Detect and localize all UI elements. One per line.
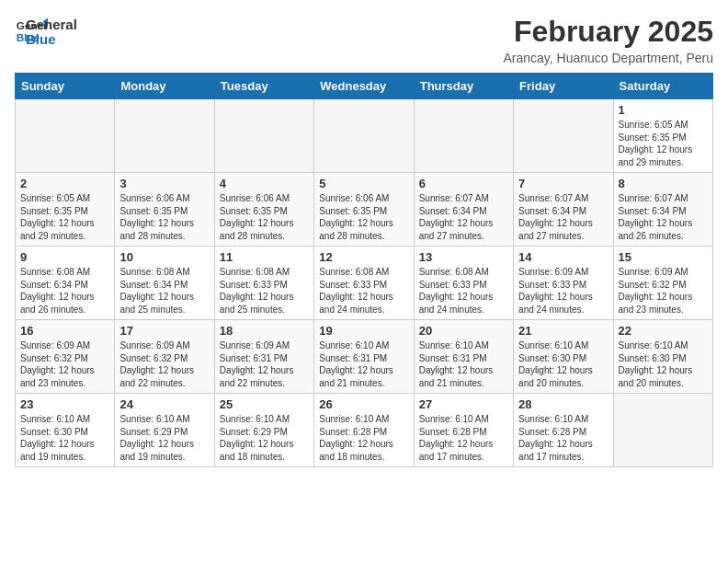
day-number: 17 (119, 324, 209, 338)
logo: General Blue General Blue (15, 15, 77, 48)
day-info: Sunrise: 6:09 AM Sunset: 6:32 PM Dayligh… (119, 339, 209, 389)
calendar-cell: 4Sunrise: 6:06 AM Sunset: 6:35 PM Daylig… (214, 173, 313, 247)
month-title: February 2025 (503, 15, 713, 49)
day-number: 5 (319, 177, 408, 190)
calendar-cell: 11Sunrise: 6:08 AM Sunset: 6:33 PM Dayli… (214, 247, 313, 320)
day-number: 27 (419, 397, 508, 411)
logo-line2: Blue (26, 32, 77, 48)
calendar-cell: 5Sunrise: 6:06 AM Sunset: 6:35 PM Daylig… (314, 173, 414, 247)
day-info: Sunrise: 6:05 AM Sunset: 6:35 PM Dayligh… (619, 119, 708, 168)
day-info: Sunrise: 6:10 AM Sunset: 6:30 PM Dayligh… (20, 413, 109, 463)
day-info: Sunrise: 6:08 AM Sunset: 6:33 PM Dayligh… (220, 266, 309, 316)
day-number: 25 (220, 397, 309, 411)
day-info: Sunrise: 6:10 AM Sunset: 6:31 PM Dayligh… (319, 339, 408, 389)
page-header: General Blue General Blue February 2025 … (15, 15, 713, 65)
calendar-cell: 6Sunrise: 6:07 AM Sunset: 6:34 PM Daylig… (414, 173, 513, 247)
day-number: 18 (220, 324, 309, 338)
day-info: Sunrise: 6:08 AM Sunset: 6:33 PM Dayligh… (319, 266, 408, 316)
calendar-cell: 15Sunrise: 6:09 AM Sunset: 6:32 PM Dayli… (613, 247, 712, 320)
day-number: 7 (518, 177, 608, 190)
calendar-cell: 26Sunrise: 6:10 AM Sunset: 6:28 PM Dayli… (314, 394, 414, 467)
day-number: 2 (20, 177, 109, 190)
day-info: Sunrise: 6:10 AM Sunset: 6:28 PM Dayligh… (319, 413, 408, 463)
day-info: Sunrise: 6:10 AM Sunset: 6:28 PM Dayligh… (419, 413, 508, 463)
day-info: Sunrise: 6:09 AM Sunset: 6:31 PM Dayligh… (220, 339, 309, 389)
day-number: 3 (119, 177, 209, 190)
calendar-cell: 19Sunrise: 6:10 AM Sunset: 6:31 PM Dayli… (314, 320, 414, 394)
calendar-cell: 17Sunrise: 6:09 AM Sunset: 6:32 PM Dayli… (115, 320, 214, 394)
calendar-cell: 2Sunrise: 6:05 AM Sunset: 6:35 PM Daylig… (16, 173, 115, 247)
weekday-header-thursday: Thursday (414, 74, 513, 99)
calendar-cell: 16Sunrise: 6:09 AM Sunset: 6:32 PM Dayli… (16, 320, 115, 394)
title-block: February 2025 Arancay, Huanuco Departmen… (503, 15, 713, 65)
day-info: Sunrise: 6:05 AM Sunset: 6:35 PM Dayligh… (20, 192, 109, 242)
day-number: 26 (319, 397, 408, 411)
day-info: Sunrise: 6:06 AM Sunset: 6:35 PM Dayligh… (319, 192, 408, 242)
day-info: Sunrise: 6:10 AM Sunset: 6:29 PM Dayligh… (220, 413, 309, 463)
day-info: Sunrise: 6:08 AM Sunset: 6:34 PM Dayligh… (119, 266, 209, 316)
week-row-2: 2Sunrise: 6:05 AM Sunset: 6:35 PM Daylig… (16, 173, 713, 247)
calendar-cell (214, 99, 313, 173)
day-info: Sunrise: 6:09 AM Sunset: 6:32 PM Dayligh… (20, 339, 109, 389)
calendar-cell: 10Sunrise: 6:08 AM Sunset: 6:34 PM Dayli… (115, 247, 214, 320)
calendar-cell: 24Sunrise: 6:10 AM Sunset: 6:29 PM Dayli… (115, 394, 214, 467)
day-info: Sunrise: 6:08 AM Sunset: 6:34 PM Dayligh… (20, 266, 109, 316)
day-info: Sunrise: 6:10 AM Sunset: 6:31 PM Dayligh… (419, 339, 508, 389)
day-info: Sunrise: 6:10 AM Sunset: 6:30 PM Dayligh… (518, 339, 608, 389)
day-number: 20 (419, 324, 508, 338)
calendar-cell: 12Sunrise: 6:08 AM Sunset: 6:33 PM Dayli… (314, 247, 414, 320)
day-number: 15 (619, 250, 708, 264)
day-number: 21 (518, 324, 608, 338)
calendar-cell (314, 99, 414, 173)
location: Arancay, Huanuco Department, Peru (503, 51, 713, 65)
calendar-cell: 18Sunrise: 6:09 AM Sunset: 6:31 PM Dayli… (214, 320, 313, 394)
calendar-cell: 1Sunrise: 6:05 AM Sunset: 6:35 PM Daylig… (613, 99, 712, 173)
calendar-cell (16, 99, 115, 173)
weekday-header-row: SundayMondayTuesdayWednesdayThursdayFrid… (16, 74, 713, 99)
day-info: Sunrise: 6:06 AM Sunset: 6:35 PM Dayligh… (119, 192, 209, 242)
calendar-cell (514, 99, 613, 173)
calendar-cell: 23Sunrise: 6:10 AM Sunset: 6:30 PM Dayli… (16, 394, 115, 467)
calendar-cell: 27Sunrise: 6:10 AM Sunset: 6:28 PM Dayli… (414, 394, 513, 467)
calendar-cell: 8Sunrise: 6:07 AM Sunset: 6:34 PM Daylig… (613, 173, 712, 247)
week-row-1: 1Sunrise: 6:05 AM Sunset: 6:35 PM Daylig… (16, 99, 713, 173)
calendar: SundayMondayTuesdayWednesdayThursdayFrid… (15, 73, 713, 467)
weekday-header-wednesday: Wednesday (314, 74, 414, 99)
calendar-cell: 3Sunrise: 6:06 AM Sunset: 6:35 PM Daylig… (115, 173, 214, 247)
day-number: 23 (20, 397, 109, 411)
day-number: 16 (20, 324, 109, 338)
weekday-header-monday: Monday (115, 74, 214, 99)
week-row-5: 23Sunrise: 6:10 AM Sunset: 6:30 PM Dayli… (16, 394, 713, 467)
weekday-header-sunday: Sunday (16, 74, 115, 99)
day-number: 24 (119, 397, 209, 411)
calendar-cell: 28Sunrise: 6:10 AM Sunset: 6:28 PM Dayli… (514, 394, 613, 467)
week-row-4: 16Sunrise: 6:09 AM Sunset: 6:32 PM Dayli… (16, 320, 713, 394)
day-info: Sunrise: 6:10 AM Sunset: 6:28 PM Dayligh… (518, 413, 608, 463)
day-info: Sunrise: 6:06 AM Sunset: 6:35 PM Dayligh… (220, 192, 309, 242)
day-info: Sunrise: 6:09 AM Sunset: 6:32 PM Dayligh… (619, 266, 708, 316)
day-info: Sunrise: 6:07 AM Sunset: 6:34 PM Dayligh… (619, 192, 708, 242)
week-row-3: 9Sunrise: 6:08 AM Sunset: 6:34 PM Daylig… (16, 247, 713, 320)
day-number: 4 (220, 177, 309, 190)
calendar-cell: 20Sunrise: 6:10 AM Sunset: 6:31 PM Dayli… (414, 320, 513, 394)
calendar-cell (613, 394, 712, 467)
day-info: Sunrise: 6:08 AM Sunset: 6:33 PM Dayligh… (419, 266, 508, 316)
calendar-cell: 22Sunrise: 6:10 AM Sunset: 6:30 PM Dayli… (613, 320, 712, 394)
day-number: 14 (518, 250, 608, 264)
day-info: Sunrise: 6:07 AM Sunset: 6:34 PM Dayligh… (419, 192, 508, 242)
day-number: 11 (220, 250, 309, 264)
calendar-cell (115, 99, 214, 173)
day-number: 12 (319, 250, 408, 264)
logo-line1: General (26, 17, 77, 33)
weekday-header-saturday: Saturday (613, 74, 712, 99)
day-number: 28 (518, 397, 608, 411)
day-number: 6 (419, 177, 508, 190)
day-number: 9 (20, 250, 109, 264)
day-info: Sunrise: 6:07 AM Sunset: 6:34 PM Dayligh… (518, 192, 608, 242)
day-number: 10 (119, 250, 209, 264)
calendar-cell: 25Sunrise: 6:10 AM Sunset: 6:29 PM Dayli… (214, 394, 313, 467)
calendar-cell: 9Sunrise: 6:08 AM Sunset: 6:34 PM Daylig… (16, 247, 115, 320)
weekday-header-friday: Friday (514, 74, 613, 99)
weekday-header-tuesday: Tuesday (214, 74, 313, 99)
day-number: 13 (419, 250, 508, 264)
